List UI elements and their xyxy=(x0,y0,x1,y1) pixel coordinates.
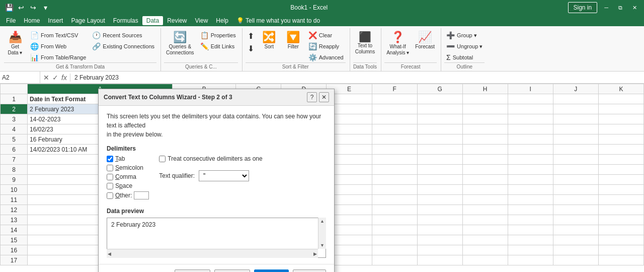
cell-J2[interactable] xyxy=(553,104,598,114)
menu-home[interactable]: Home xyxy=(20,16,44,25)
group-button[interactable]: ➕ Group ▾ xyxy=(444,30,485,40)
cell-K3[interactable] xyxy=(598,114,643,124)
consecutive-checkbox[interactable] xyxy=(159,156,166,162)
cell-G1[interactable] xyxy=(417,94,462,104)
cell-F6[interactable] xyxy=(372,145,417,155)
sort-desc-button[interactable]: ⬇ xyxy=(246,43,256,54)
edit-links-button[interactable]: ✏️ Edit Links xyxy=(198,41,238,51)
cell-F1[interactable] xyxy=(372,94,417,104)
cancel-button[interactable]: Cancel xyxy=(175,269,210,272)
existing-conn-button[interactable]: 🔗 Existing Connections xyxy=(90,41,156,51)
text-to-columns-button[interactable]: ⬛ Text toColumns xyxy=(353,30,377,56)
undo-icon[interactable]: ↩ xyxy=(16,4,26,12)
properties-button[interactable]: 📋 Properties xyxy=(198,30,238,40)
reapply-button[interactable]: 🔄 Reapply xyxy=(306,41,346,51)
cell-J1[interactable] xyxy=(553,94,598,104)
space-label[interactable]: Space xyxy=(115,182,132,189)
cell-F2[interactable] xyxy=(372,104,417,114)
cell-F4[interactable] xyxy=(372,124,417,134)
cell-G5[interactable] xyxy=(417,134,462,145)
cell-H2[interactable] xyxy=(462,104,508,114)
scroll-down-arrow[interactable]: ▼ xyxy=(320,243,325,248)
name-box[interactable]: A2 xyxy=(0,72,40,83)
cell-H3[interactable] xyxy=(462,114,508,124)
other-label[interactable]: Other: xyxy=(115,192,132,199)
cell-I6[interactable] xyxy=(508,145,553,155)
queries-conn-button[interactable]: 🔄 Queries &Connections xyxy=(164,30,196,57)
recent-sources-button[interactable]: 🕐 Recent Sources xyxy=(90,30,156,40)
menu-search[interactable]: 💡 Tell me what you want to do xyxy=(232,16,324,25)
cell-J3[interactable] xyxy=(553,114,598,124)
menu-help[interactable]: Help xyxy=(212,16,232,25)
cell-G3[interactable] xyxy=(417,114,462,124)
col-header-F[interactable]: F xyxy=(372,84,417,94)
menu-view[interactable]: View xyxy=(191,16,212,25)
save-icon[interactable]: 💾 xyxy=(4,4,14,12)
filter-button[interactable]: 🔽 Filter xyxy=(282,30,304,51)
from-table-button[interactable]: 📊 From Table/Range xyxy=(28,52,88,62)
menu-file[interactable]: File xyxy=(2,16,20,25)
restore-button[interactable]: ⧉ xyxy=(615,4,625,12)
text-qualifier-select[interactable]: " ' {none} xyxy=(199,170,249,181)
menu-data[interactable]: Data xyxy=(142,16,163,25)
menu-page-layout[interactable]: Page Layout xyxy=(67,16,109,25)
cell-H4[interactable] xyxy=(462,124,508,134)
scroll-left-arrow[interactable]: ◀ xyxy=(108,251,111,256)
from-text-csv-button[interactable]: 📄 From Text/CSV xyxy=(28,30,88,40)
cell-J4[interactable] xyxy=(553,124,598,134)
close-button[interactable]: ✕ xyxy=(629,4,640,12)
semicolon-checkbox[interactable] xyxy=(107,165,113,171)
col-header-I[interactable]: I xyxy=(508,84,553,94)
tab-checkbox[interactable] xyxy=(107,156,113,162)
menu-review[interactable]: Review xyxy=(163,16,191,25)
cell-G4[interactable] xyxy=(417,124,462,134)
preview-scrollbar-horizontal[interactable]: ◀ ▶ xyxy=(107,249,318,258)
scroll-right-arrow[interactable]: ▶ xyxy=(313,251,317,256)
cell-F5[interactable] xyxy=(372,134,417,145)
col-header-H[interactable]: H xyxy=(462,84,508,94)
forecast-sheet-button[interactable]: 📈 Forecast xyxy=(413,30,437,51)
col-header-G[interactable]: G xyxy=(417,84,462,94)
consecutive-label[interactable]: Treat consecutive delimiters as one xyxy=(168,155,262,162)
cell-H1[interactable] xyxy=(462,94,508,104)
formula-confirm-btn[interactable]: ✓ xyxy=(51,74,59,82)
other-checkbox[interactable] xyxy=(107,192,113,199)
cell-I3[interactable] xyxy=(508,114,553,124)
signin-button[interactable]: Sign in xyxy=(568,2,598,13)
next-button[interactable]: Next > xyxy=(254,269,289,272)
cell-K1[interactable] xyxy=(598,94,643,104)
menu-formulas[interactable]: Formulas xyxy=(109,16,142,25)
get-data-button[interactable]: 📥 GetData ▾ xyxy=(4,30,26,57)
cell-J5[interactable] xyxy=(553,134,598,145)
cell-I5[interactable] xyxy=(508,134,553,145)
from-web-button[interactable]: 🌐 From Web xyxy=(28,41,88,51)
dialog-help-button[interactable]: ? xyxy=(307,92,317,102)
cell-H6[interactable] xyxy=(462,145,508,155)
back-button[interactable]: < Back xyxy=(214,269,250,272)
formula-cancel-btn[interactable]: ✕ xyxy=(42,74,50,82)
cell-K2[interactable] xyxy=(598,104,643,114)
cell-K4[interactable] xyxy=(598,124,643,134)
other-input[interactable] xyxy=(134,191,149,199)
col-header-J[interactable]: J xyxy=(553,84,598,94)
cell-F3[interactable] xyxy=(372,114,417,124)
comma-checkbox[interactable] xyxy=(107,174,113,180)
cell-K6[interactable] xyxy=(598,145,643,155)
finish-button[interactable]: Finish xyxy=(293,269,326,272)
sort-button[interactable]: 🔀 Sort xyxy=(258,30,280,51)
tab-label[interactable]: Tab xyxy=(115,155,125,162)
minimize-button[interactable]: ─ xyxy=(601,4,611,12)
cell-G2[interactable] xyxy=(417,104,462,114)
preview-scrollbar-vertical[interactable]: ▲ ▼ xyxy=(318,218,326,249)
what-if-button[interactable]: ❓ What-IfAnalysis ▾ xyxy=(384,30,411,57)
menu-insert[interactable]: Insert xyxy=(44,16,67,25)
cell-I4[interactable] xyxy=(508,124,553,134)
clear-button[interactable]: ❌ Clear xyxy=(306,30,346,40)
space-checkbox[interactable] xyxy=(107,183,113,189)
cell-H5[interactable] xyxy=(462,134,508,145)
cell-I2[interactable] xyxy=(508,104,553,114)
semicolon-label[interactable]: Semicolon xyxy=(115,164,143,171)
redo-icon[interactable]: ↪ xyxy=(28,4,38,12)
customize-icon[interactable]: ▾ xyxy=(40,4,50,12)
sort-asc-button[interactable]: ⬆ xyxy=(246,30,256,42)
